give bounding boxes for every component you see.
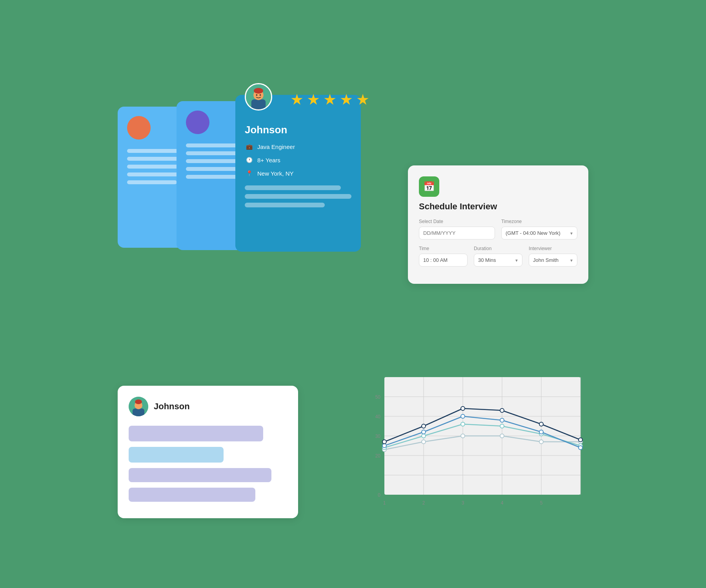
star-5: ★ (356, 91, 369, 108)
skill-bar (245, 194, 351, 199)
avatar-orange (127, 116, 151, 140)
profile-bar-2 (129, 447, 224, 463)
svg-text:0: 0 (378, 492, 380, 498)
svg-text:3: 3 (462, 500, 464, 506)
candidate-avatar (245, 83, 272, 111)
star-4: ★ (340, 91, 353, 108)
svg-text:40: 40 (375, 414, 381, 419)
svg-text:2: 2 (422, 500, 425, 506)
duration-label: Duration (474, 246, 522, 251)
svg-text:1: 1 (383, 500, 386, 506)
timezone-select-wrapper: (GMT - 04:00 New York)(GMT - 05:00 Chica… (501, 227, 577, 240)
svg-point-52 (500, 408, 504, 412)
time-label: Time (419, 246, 468, 251)
candidate-name: Johnson (245, 124, 351, 136)
svg-point-47 (539, 430, 543, 434)
svg-point-50 (422, 424, 426, 428)
svg-point-49 (382, 440, 386, 444)
interviewer-select-wrapper: John Smith (529, 254, 577, 267)
skill-bar (245, 203, 325, 207)
interviewer-select[interactable]: John Smith (529, 254, 577, 267)
avatar-purple (186, 111, 209, 134)
svg-point-32 (422, 440, 426, 444)
date-input[interactable] (419, 227, 495, 240)
svg-point-39 (461, 422, 465, 426)
svg-point-3 (254, 88, 263, 94)
svg-point-54 (579, 438, 582, 442)
interviewer-group: Interviewer John Smith (529, 246, 577, 267)
schedule-title: Schedule Interview (419, 201, 577, 212)
svg-point-53 (539, 422, 543, 426)
chart-svg: 50 40 30 20 0 1 2 3 4 5 (369, 369, 588, 518)
svg-point-46 (500, 418, 504, 422)
svg-rect-7 (133, 408, 144, 416)
profile-name: Johnson (154, 401, 190, 412)
svg-point-4 (256, 94, 258, 96)
candidate-job: 💼 Java Engineer (245, 142, 351, 151)
profile-header: Johnson (129, 397, 287, 416)
card-line (127, 180, 177, 184)
svg-text:30: 30 (375, 434, 381, 439)
svg-point-48 (579, 446, 582, 450)
profile-bar-3 (129, 468, 271, 482)
svg-point-34 (500, 434, 504, 438)
star-2: ★ (307, 91, 320, 108)
profile-card: Johnson (118, 386, 298, 518)
star-rating: ★ ★ ★ ★ ★ (290, 91, 369, 108)
candidate-location: 📍 New York, NY (245, 169, 351, 178)
profile-avatar (129, 397, 148, 416)
timezone-group: Timezone (GMT - 04:00 New York)(GMT - 05… (501, 219, 577, 240)
svg-point-5 (260, 94, 261, 96)
schedule-icon: 📅 (419, 176, 439, 197)
svg-point-40 (500, 424, 504, 428)
star-3: ★ (323, 91, 337, 108)
timezone-label: Timezone (501, 219, 577, 224)
performance-chart: 50 40 30 20 0 1 2 3 4 5 (369, 369, 588, 518)
schedule-interview-card: 📅 Schedule Interview Select Date Timezon… (408, 165, 588, 284)
duration-select[interactable]: 15 Mins30 Mins45 Mins60 Mins (474, 254, 522, 267)
select-date-label: Select Date (419, 219, 495, 224)
svg-point-9 (135, 399, 142, 404)
skill-bars (245, 185, 351, 207)
svg-text:20: 20 (375, 453, 381, 459)
candidate-cards-stack: Johnson 💼 Java Engineer 🕐 8+ Years 📍 New… (118, 95, 361, 275)
svg-text:4: 4 (501, 500, 504, 506)
location-icon: 📍 (245, 169, 253, 178)
duration-group: Duration 15 Mins30 Mins45 Mins60 Mins (474, 246, 522, 267)
job-icon: 💼 (245, 142, 253, 151)
star-1: ★ (290, 91, 304, 108)
timezone-select[interactable]: (GMT - 04:00 New York)(GMT - 05:00 Chica… (501, 227, 577, 240)
front-card-content: Johnson 💼 Java Engineer 🕐 8+ Years 📍 New… (245, 124, 351, 207)
svg-point-51 (461, 407, 465, 410)
svg-text:50: 50 (375, 394, 381, 400)
select-date-group: Select Date (419, 219, 495, 240)
svg-point-43 (382, 444, 386, 448)
time-group: Time (419, 246, 468, 267)
skill-bar (245, 185, 341, 190)
date-timezone-row: Select Date Timezone (GMT - 04:00 New Yo… (419, 219, 577, 240)
svg-rect-1 (251, 99, 266, 109)
time-input[interactable] (419, 254, 468, 267)
svg-point-33 (461, 434, 465, 438)
duration-select-wrapper: 15 Mins30 Mins45 Mins60 Mins (474, 254, 522, 267)
profile-bar-4 (129, 488, 255, 502)
svg-point-44 (422, 430, 426, 434)
svg-point-45 (461, 414, 465, 418)
profile-bar-1 (129, 426, 263, 441)
svg-point-38 (422, 434, 426, 438)
clock-icon: 🕐 (245, 156, 253, 164)
candidate-card-front[interactable]: Johnson 💼 Java Engineer 🕐 8+ Years 📍 New… (235, 95, 361, 252)
svg-text:5: 5 (540, 500, 543, 506)
candidate-experience: 🕐 8+ Years (245, 156, 351, 164)
svg-point-35 (539, 440, 543, 444)
time-duration-interviewer-row: Time Duration 15 Mins30 Mins45 Mins60 Mi… (419, 246, 577, 267)
interviewer-label: Interviewer (529, 246, 577, 251)
